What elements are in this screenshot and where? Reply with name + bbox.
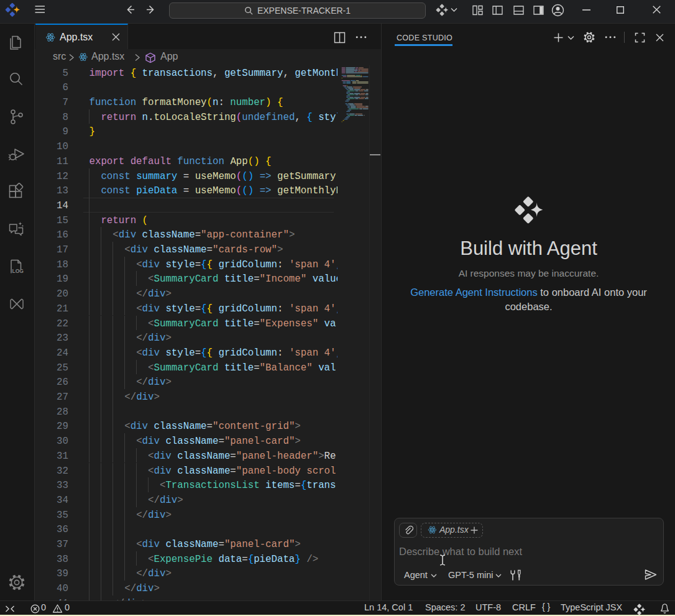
svg-text:LOG: LOG — [12, 268, 24, 274]
